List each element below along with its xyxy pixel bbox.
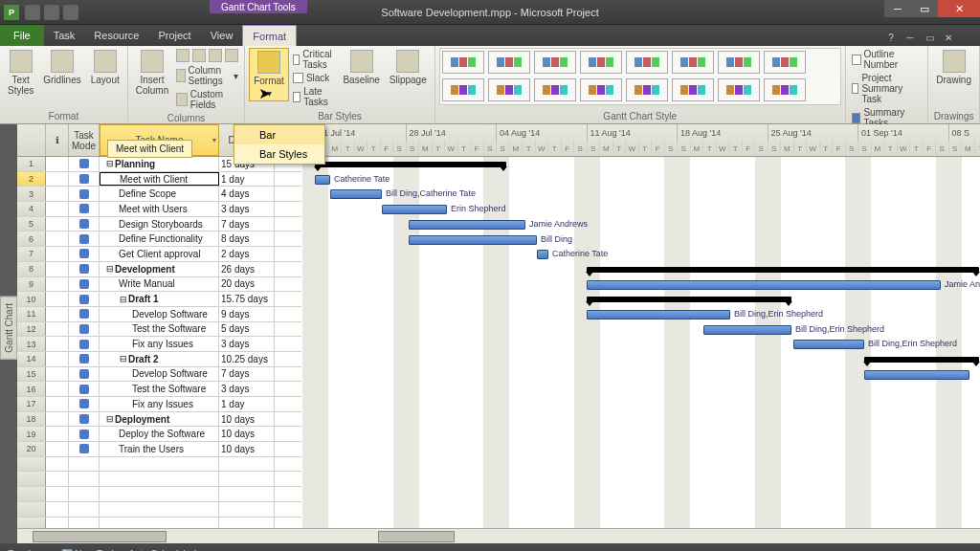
taskname-cell[interactable]: ⊟Planning	[100, 157, 219, 171]
style-swatch[interactable]	[764, 78, 806, 101]
task-bar[interactable]	[793, 340, 864, 349]
doc-min-icon[interactable]: ─	[902, 33, 919, 46]
style-swatch[interactable]	[534, 51, 576, 74]
insert-column-button[interactable]: Insert Column	[132, 48, 172, 98]
table-row[interactable]: 17Fix any Issues1 day	[17, 397, 301, 412]
duration-cell[interactable]: 2 days	[219, 247, 275, 261]
taskname-cell[interactable]: Test the Software	[100, 322, 219, 337]
duration-cell[interactable]: 15.75 days	[219, 292, 275, 306]
row-header[interactable]	[17, 457, 46, 472]
mode-cell[interactable]	[69, 382, 100, 396]
taskname-cell[interactable]: ⊟Draft 2	[100, 352, 219, 366]
outline-number-check[interactable]: Outline Number	[850, 48, 924, 71]
mode-cell[interactable]	[69, 307, 100, 321]
mode-cell[interactable]	[69, 337, 100, 351]
table-row[interactable]: 4Meet with Users3 days	[17, 202, 301, 217]
row-header[interactable]: 18	[17, 412, 46, 427]
table-row[interactable]: 10⊟Draft 115.75 days	[17, 292, 301, 307]
task-bar[interactable]	[409, 220, 525, 230]
menu-bar-styles[interactable]: Bar Styles	[234, 144, 324, 164]
row-header[interactable]: 14	[17, 352, 46, 366]
baseline-button[interactable]: Baseline	[339, 48, 383, 87]
column-settings-button[interactable]: Column Settings ▾	[174, 64, 240, 87]
task-bar[interactable]	[703, 325, 791, 335]
taskname-cell[interactable]: Get Client approval	[100, 247, 219, 261]
tab-view[interactable]: View	[201, 25, 243, 46]
duration-cell[interactable]: 9 days	[219, 307, 275, 321]
drawing-button[interactable]: Drawing	[932, 48, 975, 87]
col-mode[interactable]: Task Mode	[69, 124, 100, 156]
table-row[interactable]	[17, 472, 301, 487]
duration-cell[interactable]: 3 days	[219, 382, 275, 396]
custom-fields-button[interactable]: Custom Fields	[174, 88, 240, 111]
taskname-cell[interactable]: Deploy the Software	[100, 427, 219, 441]
taskname-cell[interactable]: Define Scope	[100, 187, 219, 201]
table-row[interactable]: 18⊟Deployment10 days	[17, 412, 301, 428]
row-header[interactable]: 1	[17, 157, 46, 171]
table-row[interactable]: 12Test the Software5 days	[17, 322, 301, 338]
expand-icon[interactable]: ⊟	[119, 295, 128, 304]
table-row[interactable]: 9Write Manual20 days	[17, 277, 301, 293]
summary-bar[interactable]	[315, 162, 506, 167]
expand-icon[interactable]: ⊟	[105, 159, 115, 168]
taskname-cell[interactable]: Test the Software	[100, 382, 219, 396]
mode-cell[interactable]	[69, 292, 100, 306]
wrap-text-icon[interactable]	[225, 49, 238, 62]
row-header[interactable]	[17, 502, 46, 517]
duration-cell[interactable]: 10 days	[219, 442, 275, 456]
table-row[interactable]: 15Develop Software7 days	[17, 367, 301, 383]
qat-save-icon[interactable]	[25, 5, 40, 20]
row-header[interactable]: 15	[17, 367, 46, 382]
duration-cell[interactable]: 1 day	[219, 397, 275, 411]
row-header[interactable]: 2	[17, 172, 46, 187]
table-row[interactable]	[17, 518, 301, 529]
table-row[interactable]: 16Test the Software3 days	[17, 382, 301, 397]
row-header[interactable]: 6	[17, 231, 46, 246]
maximize-button[interactable]: ▭	[911, 0, 938, 17]
style-swatch[interactable]	[626, 51, 668, 74]
duration-cell[interactable]: 26 days	[219, 262, 275, 276]
timeline-header[interactable]: 21 Jul '14SMTWTFS28 Jul '14SMTWTFS04 Aug…	[301, 124, 980, 157]
expand-icon[interactable]: ⊟	[119, 354, 128, 364]
mode-cell[interactable]	[69, 397, 100, 411]
doc-restore-icon[interactable]: ▭	[921, 33, 938, 46]
critical-tasks-check[interactable]: Critical Tasks	[291, 48, 338, 71]
file-tab[interactable]: File	[0, 25, 44, 46]
duration-cell[interactable]: 3 days	[219, 337, 275, 351]
align-right-icon[interactable]	[209, 49, 222, 62]
task-bar[interactable]	[409, 235, 537, 245]
task-bar[interactable]	[330, 189, 382, 199]
row-header[interactable]: 9	[17, 277, 46, 292]
duration-cell[interactable]: 1 day	[219, 172, 275, 187]
row-header[interactable]	[17, 487, 46, 501]
table-row[interactable]: 13Fix any Issues3 days	[17, 337, 301, 352]
table-row[interactable]: 7Get Client approval2 days	[17, 247, 301, 262]
table-row[interactable]: 5Design Storyboards7 days	[17, 217, 301, 232]
mode-cell[interactable]	[69, 247, 100, 261]
mode-cell[interactable]	[69, 367, 100, 382]
table-row[interactable]: 14⊟Draft 210.25 days	[17, 352, 301, 367]
task-bar[interactable]	[315, 175, 330, 185]
mode-cell[interactable]	[69, 202, 100, 216]
style-swatch[interactable]	[580, 51, 622, 74]
table-row[interactable]: 11Develop Software9 days	[17, 307, 301, 322]
mode-cell[interactable]	[69, 412, 100, 427]
mode-cell[interactable]	[69, 277, 100, 292]
style-gallery[interactable]	[439, 48, 841, 105]
taskname-cell[interactable]: Meet with Client	[100, 172, 219, 187]
col-info[interactable]: ℹ	[46, 124, 69, 156]
expand-icon[interactable]: ⊟	[105, 264, 115, 274]
mode-cell[interactable]	[69, 262, 100, 276]
table-row[interactable]: 19Deploy the Software10 days	[17, 427, 301, 442]
table-row[interactable]	[17, 487, 301, 502]
row-header[interactable]: 19	[17, 427, 46, 441]
task-bar[interactable]	[864, 370, 969, 380]
tab-format[interactable]: Format	[242, 25, 297, 46]
task-bar[interactable]	[587, 280, 941, 290]
table-hscroll[interactable]	[17, 528, 301, 543]
chart-hscroll[interactable]	[301, 528, 980, 543]
row-header[interactable]: 4	[17, 202, 46, 216]
late-tasks-check[interactable]: Late Tasks	[291, 85, 338, 108]
tab-resource[interactable]: Resource	[84, 25, 148, 46]
duration-cell[interactable]: 20 days	[219, 277, 275, 292]
